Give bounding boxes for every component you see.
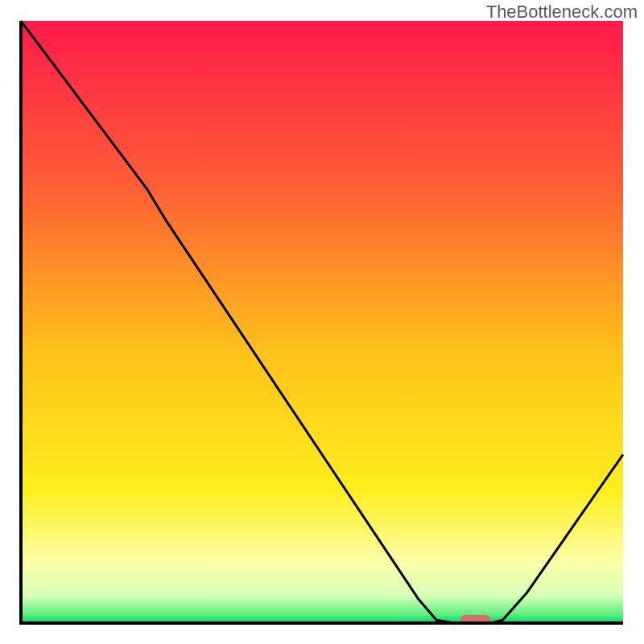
bottleneck-curve-chart	[0, 0, 644, 644]
watermark-label: TheBottleneck.com	[486, 2, 638, 23]
plot-background	[21, 21, 623, 623]
chart-container: TheBottleneck.com	[0, 0, 644, 644]
